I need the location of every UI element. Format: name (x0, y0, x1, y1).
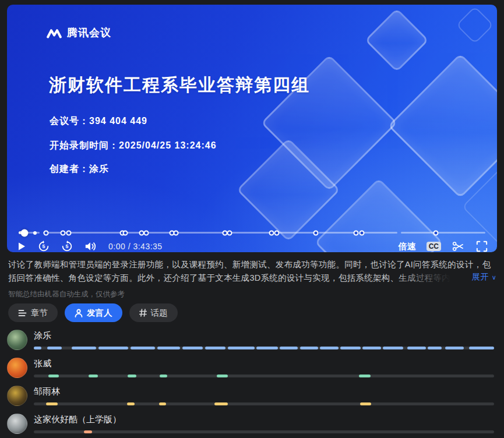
speech-segment[interactable] (214, 402, 228, 405)
speech-segment[interactable] (128, 375, 136, 377)
progress-segment[interactable] (401, 232, 435, 234)
chapter-marker[interactable] (359, 230, 364, 235)
speaker-row: 张威 (7, 358, 494, 378)
progress-segment[interactable] (438, 232, 485, 234)
meeting-number: 会议号：394 404 449 (50, 115, 147, 128)
chapter-marker[interactable] (44, 230, 49, 235)
video-player[interactable]: 腾讯会议 浙财软件工程系毕业答辩第四组 会议号：394 404 449 开始录制… (7, 5, 497, 252)
speech-segment[interactable] (72, 347, 96, 349)
chapter-marker[interactable] (61, 230, 66, 235)
chapter-marker[interactable] (33, 231, 37, 235)
avatar[interactable] (7, 414, 27, 434)
chapter-marker[interactable] (66, 230, 71, 235)
captions-button[interactable]: CC (427, 242, 441, 251)
speech-segment[interactable] (48, 375, 58, 377)
speech-segment[interactable] (469, 347, 494, 349)
chevron-down-icon: ∨ (492, 274, 496, 281)
tab-chapters[interactable]: 章节 (8, 303, 58, 322)
chapter-marker[interactable] (313, 230, 319, 235)
record-start-time: 开始录制时间：2025/04/25 13:24:46 (50, 140, 217, 152)
tab-label: 发言人 (87, 308, 112, 319)
progress-segment[interactable] (364, 232, 397, 234)
tab-label: 话题 (151, 308, 168, 319)
speech-segment[interactable] (445, 347, 464, 349)
tab-topics[interactable]: 话题 (129, 303, 178, 322)
avatar[interactable] (7, 358, 27, 378)
chapter-marker[interactable] (123, 230, 128, 235)
speech-segment[interactable] (160, 375, 167, 377)
progress-segment[interactable] (279, 232, 315, 234)
svg-text:5: 5 (43, 243, 45, 249)
rewind-5s-button[interactable]: 5 (37, 240, 50, 252)
speech-segment[interactable] (131, 347, 155, 349)
glass-cube (365, 8, 429, 72)
speech-segment[interactable] (89, 375, 98, 377)
speech-segment[interactable] (280, 347, 298, 349)
svg-text:5: 5 (66, 243, 69, 249)
speech-segment[interactable] (157, 347, 181, 349)
chapter-marker[interactable] (274, 230, 279, 235)
speech-segment[interactable] (217, 375, 227, 377)
chapter-marker[interactable] (354, 230, 359, 235)
speech-segment[interactable] (182, 347, 203, 349)
volume-button[interactable] (84, 241, 97, 252)
speech-segment[interactable] (256, 347, 277, 349)
meeting-logo-icon (47, 26, 62, 39)
meeting-creator: 创建者：涂乐 (50, 163, 109, 175)
chapter-marker[interactable] (144, 230, 149, 235)
speaker-timeline[interactable] (34, 375, 494, 377)
glass-cube (456, 6, 494, 44)
speech-segment[interactable] (127, 402, 135, 405)
speech-segment[interactable] (34, 347, 41, 349)
speech-segment[interactable] (159, 402, 166, 405)
speech-segment[interactable] (407, 347, 426, 349)
avatar[interactable] (7, 330, 27, 350)
player-controls: 5 5 0:00 / 3:43:35 倍速 CC (16, 239, 488, 252)
speech-segment[interactable] (228, 347, 255, 349)
chapter-marker[interactable] (269, 230, 274, 235)
progress-segment[interactable] (178, 232, 226, 234)
chapter-marker[interactable] (173, 230, 178, 235)
speaker-list: 涂乐张威邹雨林这家伙好酷（上学版） (7, 330, 494, 438)
speech-segment[interactable] (362, 347, 381, 349)
playhead[interactable] (21, 229, 29, 236)
speech-segment[interactable] (46, 402, 58, 405)
fullscreen-button[interactable] (476, 241, 488, 252)
progress-bar[interactable] (19, 231, 485, 234)
tab-speakers[interactable]: 发言人 (65, 303, 122, 322)
avatar[interactable] (7, 386, 27, 406)
summary-disclaimer: 智能总结由机器自动生成，仅供参考 (8, 289, 125, 299)
forward-5s-button[interactable]: 5 (61, 240, 73, 252)
speech-segment[interactable] (98, 347, 128, 349)
playback-speed-button[interactable]: 倍速 (399, 241, 416, 252)
progress-segment[interactable] (231, 232, 272, 234)
tab-label: 章节 (31, 308, 48, 319)
speech-segment[interactable] (383, 347, 403, 349)
speech-segment[interactable] (205, 347, 226, 349)
meeting-title: 浙财软件工程系毕业答辩第四组 (49, 73, 310, 97)
hash-icon (139, 309, 147, 317)
brand-name: 腾讯会议 (67, 26, 111, 40)
progress-segment[interactable] (319, 232, 357, 234)
speech-segment[interactable] (300, 347, 319, 349)
speech-segment[interactable] (84, 430, 92, 433)
speech-segment[interactable] (428, 347, 442, 349)
speaker-timeline[interactable] (34, 347, 494, 349)
tab-bar: 章节发言人话题 (8, 303, 178, 322)
speech-segment[interactable] (360, 402, 371, 405)
speech-segment[interactable] (359, 375, 371, 377)
speech-segment[interactable] (47, 347, 62, 349)
speaker-timeline[interactable] (34, 430, 494, 433)
progress-segment[interactable] (65, 232, 121, 234)
expand-button[interactable]: 展开 ∨ (468, 270, 496, 284)
speech-segment[interactable] (320, 347, 339, 349)
glass-cube (388, 54, 497, 199)
speaker-name: 涂乐 (34, 330, 494, 341)
speaker-timeline[interactable] (34, 402, 494, 405)
chapter-marker[interactable] (433, 230, 439, 235)
speech-segment[interactable] (340, 347, 361, 349)
chapter-marker[interactable] (227, 230, 232, 235)
clip-scissors-button[interactable] (452, 241, 464, 252)
play-button[interactable] (16, 241, 27, 252)
list-icon (18, 309, 27, 317)
